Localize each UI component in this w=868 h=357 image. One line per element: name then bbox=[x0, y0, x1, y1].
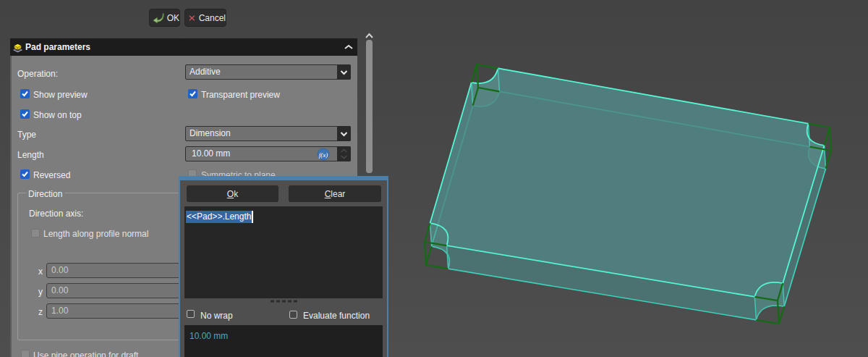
svg-text:f(x): f(x) bbox=[319, 151, 328, 159]
